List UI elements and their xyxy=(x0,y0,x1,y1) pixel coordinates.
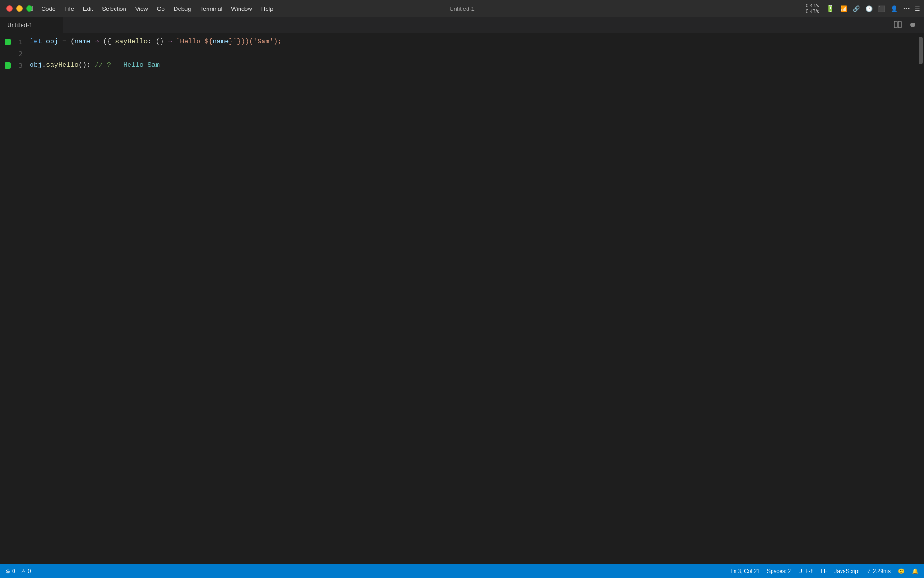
tabbar-wrapper: Untitled-1 xyxy=(0,17,924,33)
token-parens: (); xyxy=(79,60,95,71)
close-button[interactable] xyxy=(6,5,13,12)
tab-spacer xyxy=(63,17,924,33)
more-options-icon[interactable] xyxy=(910,23,915,27)
network-down: 0 KB/s xyxy=(806,9,819,14)
menu-edit[interactable]: Edit xyxy=(79,4,97,14)
window-title: Untitled-1 xyxy=(449,5,475,13)
network-up: 0 KB/s xyxy=(806,3,819,9)
menu-help[interactable]: Help xyxy=(257,4,278,14)
error-x-icon: ⊗ xyxy=(5,568,10,575)
token-arrow2: ⇒ xyxy=(168,36,172,48)
timing: ✓ 2.29ms xyxy=(867,568,891,574)
breakpoint-3[interactable] xyxy=(5,62,11,69)
token-eq: = ( xyxy=(58,36,74,48)
menu-window[interactable]: Window xyxy=(227,4,257,14)
token-space xyxy=(91,36,95,48)
menu-view[interactable]: View xyxy=(131,4,152,14)
warning-icon: ⚠ xyxy=(21,568,26,575)
scrollbar-thumb[interactable] xyxy=(919,37,923,64)
minimize-button[interactable] xyxy=(16,5,23,12)
token-sayhello-call: sayHello xyxy=(46,60,79,71)
status-left: ⊗ 0 ⚠ 0 xyxy=(0,568,31,575)
token-comment-slash: // ? xyxy=(95,60,115,71)
dots-icon[interactable]: ••• xyxy=(903,5,910,12)
menu-items:  Code File Edit Selection View Go Debug… xyxy=(27,4,278,14)
code-line-3: obj.sayHello(); // ? Hello Sam xyxy=(26,60,918,71)
token-obrace: ({ xyxy=(99,36,115,48)
menu-terminal[interactable]: Terminal xyxy=(195,4,226,14)
error-count[interactable]: ⊗ 0 ⚠ 0 xyxy=(5,568,31,575)
list-icon[interactable]: ☰ xyxy=(915,5,920,12)
spaces-setting[interactable]: Spaces: 2 xyxy=(767,568,791,574)
apple-logo[interactable]:  xyxy=(27,5,37,13)
status-right: Ln 3, Col 21 Spaces: 2 UTF-8 LF JavaScri… xyxy=(730,568,924,574)
language-mode[interactable]: JavaScript xyxy=(834,568,859,574)
token-arrow1: ⇒ xyxy=(95,36,99,48)
code-line-1: let obj = (name ⇒ ({ sayHello: () ⇒ `Hel… xyxy=(26,36,918,48)
tab-label: Untitled-1 xyxy=(7,22,32,28)
token-template-end: }`}))('Sam'); xyxy=(229,36,282,48)
error-number: 0 xyxy=(12,568,15,574)
menu-go[interactable]: Go xyxy=(152,4,169,14)
token-obj: obj xyxy=(46,36,58,48)
token-space2 xyxy=(172,36,176,48)
gutter-row-1: 1 xyxy=(0,36,26,48)
line-number-3: 3 xyxy=(14,62,23,69)
battery-icon[interactable]: 🔋 xyxy=(826,5,835,13)
user-icon[interactable]: 👤 xyxy=(891,5,898,12)
link-icon[interactable]: 🔗 xyxy=(853,5,860,12)
token-name: name xyxy=(74,36,91,48)
menu-selection[interactable]: Selection xyxy=(97,4,130,14)
token-obj-call: obj xyxy=(30,60,42,71)
encoding[interactable]: UTF-8 xyxy=(798,568,813,574)
statusbar: ⊗ 0 ⚠ 0 Ln 3, Col 21 Spaces: 2 UTF-8 LF … xyxy=(0,564,924,578)
menu-debug[interactable]: Debug xyxy=(169,4,195,14)
token-sayhello-prop: sayHello xyxy=(115,36,148,48)
line-number-1: 1 xyxy=(14,38,23,46)
smiley-icon[interactable]: 🙂 xyxy=(898,568,905,574)
token-dot: . xyxy=(42,60,46,71)
breakpoint-1[interactable] xyxy=(5,39,11,45)
menu-code[interactable]: Code xyxy=(37,4,60,14)
token-let: let xyxy=(30,36,46,48)
tab-untitled-1[interactable]: Untitled-1 xyxy=(0,17,63,33)
line-number-2: 2 xyxy=(14,50,23,57)
wifi-icon[interactable]: 📶 xyxy=(840,5,847,12)
svg-rect-1 xyxy=(898,21,901,28)
time-icon[interactable]: 🕐 xyxy=(865,5,873,12)
system-tray: 0 KB/s 0 KB/s 🔋 📶 🔗 🕐 ⬛ 👤 ••• ☰ xyxy=(806,0,920,17)
tabbar: Untitled-1 xyxy=(0,17,924,33)
token-template-start: `Hello ${ xyxy=(176,36,213,48)
token-result: Hello Sam xyxy=(115,60,160,71)
code-content[interactable]: let obj = (name ⇒ ({ sayHello: () ⇒ `Hel… xyxy=(26,33,918,564)
bell-icon[interactable]: 🔔 xyxy=(912,568,919,574)
network-stats: 0 KB/s 0 KB/s xyxy=(806,3,819,14)
gutter: 1 2 3 xyxy=(0,33,26,564)
breakpoint-placeholder-2 xyxy=(5,51,11,57)
gutter-row-2: 2 xyxy=(0,48,26,60)
warning-number: 0 xyxy=(28,568,31,574)
token-colon: : () xyxy=(148,36,168,48)
split-editor-icon[interactable] xyxy=(893,20,902,31)
token-name-tmpl: name xyxy=(213,36,229,48)
vertical-scrollbar[interactable] xyxy=(918,33,924,564)
menu-file[interactable]: File xyxy=(60,4,79,14)
gutter-row-3: 3 xyxy=(0,60,26,71)
titlebar:  Code File Edit Selection View Go Debug… xyxy=(0,0,924,17)
cast-icon[interactable]: ⬛ xyxy=(878,5,885,12)
code-line-2 xyxy=(26,48,918,60)
cursor-position[interactable]: Ln 3, Col 21 xyxy=(730,568,760,574)
line-ending[interactable]: LF xyxy=(821,568,827,574)
editor-area: 1 2 3 let obj = (name ⇒ ({ sayHello: () … xyxy=(0,33,924,564)
svg-rect-0 xyxy=(894,21,897,28)
